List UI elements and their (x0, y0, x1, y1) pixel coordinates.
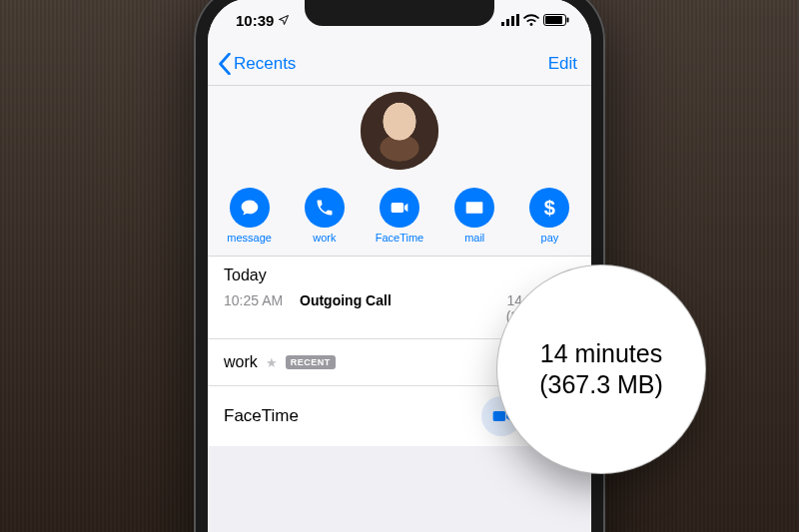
log-time: 10:25 AM (224, 292, 288, 324)
chevron-left-icon (218, 53, 232, 75)
notch (305, 0, 494, 26)
action-label: pay (541, 232, 559, 244)
action-message[interactable]: message (212, 188, 287, 244)
action-pay[interactable]: $ pay (512, 188, 587, 244)
log-header: Today (224, 266, 575, 284)
screen: 10:39 Recents Edit message (208, 0, 591, 532)
svg-rect-3 (516, 14, 519, 26)
svg-rect-2 (511, 16, 514, 26)
iphone-frame: 10:39 Recents Edit message (194, 0, 605, 532)
cellular-icon (501, 14, 519, 26)
wifi-icon (523, 14, 539, 26)
video-icon (491, 406, 511, 426)
mail-icon (464, 198, 484, 218)
svg-rect-1 (506, 19, 509, 26)
video-icon (390, 198, 409, 218)
action-label: work (313, 232, 336, 244)
location-icon (278, 14, 290, 26)
message-icon (240, 198, 260, 218)
svg-rect-5 (545, 16, 562, 24)
svg-rect-0 (501, 22, 504, 26)
edit-button[interactable]: Edit (548, 54, 581, 74)
action-label: message (227, 232, 272, 244)
action-facetime[interactable]: FaceTime (362, 188, 436, 244)
battery-icon (543, 14, 569, 26)
contact-avatar[interactable] (361, 92, 438, 170)
facetime-label: FaceTime (224, 406, 299, 426)
action-label: FaceTime (376, 232, 424, 244)
magnifier-callout: 14 minutes (367.3 MB) (503, 271, 699, 467)
dollar-icon: $ (544, 197, 555, 220)
status-time: 10:39 (236, 12, 274, 29)
nav-bar: Recents Edit (208, 42, 591, 86)
recent-badge: RECENT (286, 355, 336, 369)
contact-actions: message work FaceTime mail $ pay (208, 182, 591, 257)
phone-label: work (224, 353, 258, 371)
log-type: Outgoing Call (300, 292, 392, 324)
back-label: Recents (234, 54, 296, 74)
avatar-section (208, 86, 591, 182)
phone-icon (315, 198, 335, 218)
action-label: mail (464, 232, 484, 244)
action-work[interactable]: work (287, 188, 362, 244)
magnifier-line2: (367.3 MB) (539, 369, 663, 400)
magnifier-line1: 14 minutes (540, 338, 662, 369)
favorite-star-icon: ★ (266, 355, 278, 370)
action-mail[interactable]: mail (437, 188, 512, 244)
svg-rect-6 (567, 18, 569, 23)
back-button[interactable]: Recents (218, 53, 296, 75)
